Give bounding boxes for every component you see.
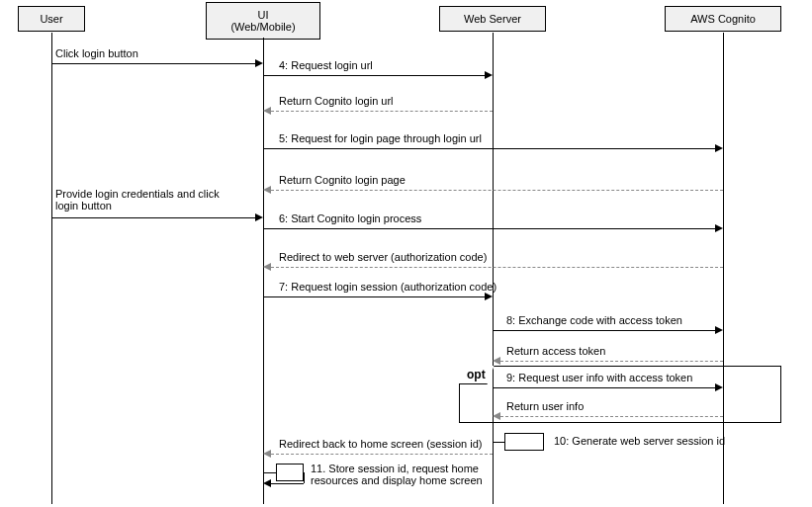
message-label: 8: Exchange code with access token <box>506 314 682 326</box>
message-label: 4: Request login url <box>279 59 373 71</box>
message-label: 5: Request for login page through login … <box>279 132 482 144</box>
message-label: Return access token <box>506 345 605 357</box>
message-label: Provide login credentials and click logi… <box>55 188 220 211</box>
message-label: 6: Start Cognito login process <box>279 212 421 224</box>
actor-aws-cognito: AWS Cognito <box>665 6 781 32</box>
arrow-head-icon <box>263 450 271 458</box>
arrow-dashed <box>500 416 723 417</box>
arrow-head-icon <box>263 263 271 271</box>
arrow-head-icon <box>715 326 723 334</box>
message-label: Return Cognito login url <box>279 95 394 107</box>
arrow <box>51 217 255 218</box>
actor-web-server: Web Server <box>439 6 546 32</box>
arrow-head-icon <box>263 186 271 194</box>
message-label: 11. Store session id, request home resou… <box>311 463 483 486</box>
message-label: Return Cognito login page <box>279 174 406 186</box>
self-activity-box <box>504 433 544 451</box>
actor-label: Web Server <box>464 13 521 25</box>
actor-user: User <box>18 6 85 32</box>
message-label: 10: Generate web server session id <box>554 435 725 447</box>
arrow-head-icon <box>715 144 723 152</box>
arrow-head-icon <box>255 59 263 67</box>
arrow <box>263 228 715 229</box>
arrow <box>263 148 715 149</box>
arrow-dashed <box>271 111 493 112</box>
arrow <box>263 75 485 76</box>
arrow-head-icon <box>263 107 271 115</box>
message-label: Redirect back to home screen (session id… <box>279 438 482 450</box>
arrow-head-icon <box>255 213 263 221</box>
lifeline-aws-cognito <box>723 33 724 504</box>
arrow-head-icon <box>485 293 493 300</box>
arrow <box>263 296 485 297</box>
sequence-diagram: User UI (Web/Mobile) Web Server AWS Cogn… <box>0 0 812 507</box>
arrow <box>493 330 715 331</box>
arrow-head-icon <box>263 479 271 487</box>
arrow-head-icon <box>485 71 493 79</box>
arrow-dashed <box>271 190 723 191</box>
arrow-dashed <box>271 454 493 455</box>
connector <box>304 472 305 483</box>
arrow-head-icon <box>493 412 500 420</box>
actor-label: UI (Web/Mobile) <box>230 9 295 33</box>
arrow-head-icon <box>715 224 723 232</box>
message-label: Return user info <box>506 400 584 412</box>
lifeline-web-server <box>493 33 494 504</box>
arrow-dashed <box>500 361 723 362</box>
lifeline-user <box>51 33 52 504</box>
arrow-dashed <box>271 267 723 268</box>
message-label: Click login button <box>55 47 138 59</box>
message-label: 7: Request login session (authorization … <box>279 281 496 293</box>
actor-ui: UI (Web/Mobile) <box>206 2 320 40</box>
arrow-head-icon <box>715 383 723 391</box>
actor-label: AWS Cognito <box>690 13 756 25</box>
message-label: Redirect to web server (authorization co… <box>279 251 487 263</box>
message-label: 9: Request user info with access token <box>506 372 692 383</box>
arrow <box>263 472 276 473</box>
arrow <box>493 442 504 443</box>
actor-label: User <box>40 13 62 25</box>
self-activity-box <box>276 464 304 481</box>
arrow <box>493 387 715 388</box>
arrow-head-icon <box>493 357 500 365</box>
arrow <box>271 483 304 484</box>
arrow <box>51 63 255 64</box>
